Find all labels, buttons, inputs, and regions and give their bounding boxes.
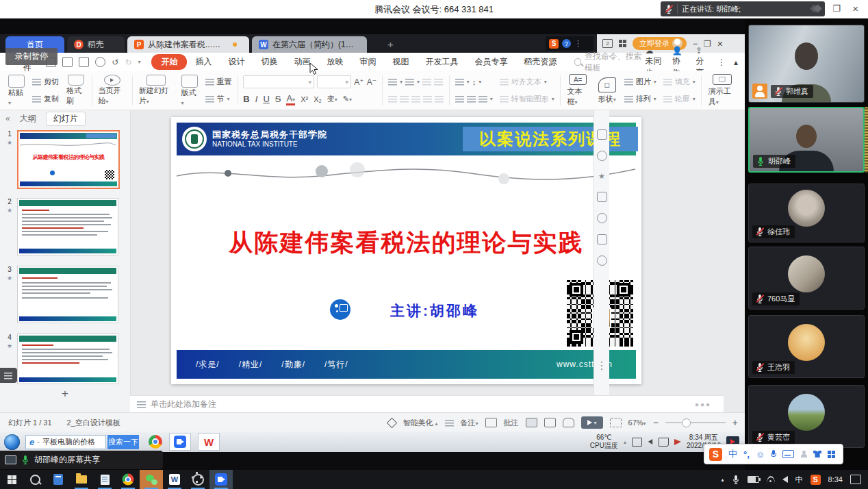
- participant-tile[interactable]: 郭维真: [748, 25, 865, 103]
- thumbnail[interactable]: [17, 266, 118, 323]
- calculator-button[interactable]: [47, 470, 70, 489]
- tab-document[interactable]: W 在第六届（简约）(1).docx: [252, 36, 367, 53]
- clipboard-tray-icon[interactable]: [632, 438, 642, 447]
- wechat-button[interactable]: [140, 470, 163, 489]
- tray-expand-icon[interactable]: ▴: [624, 439, 626, 445]
- ime-indicator[interactable]: 中: [795, 475, 803, 485]
- sogou-logo-icon[interactable]: S: [709, 448, 722, 461]
- address-search-box[interactable]: e - 平板电脑的价格: [25, 435, 106, 449]
- volume-tray-icon[interactable]: [648, 439, 652, 444]
- print-icon[interactable]: [79, 57, 89, 67]
- object-icon[interactable]: [597, 151, 607, 161]
- customize-icon[interactable]: ▾: [138, 59, 140, 65]
- meeting-app-shortcut[interactable]: [169, 433, 191, 451]
- menu-docer-res[interactable]: 稻壳资源: [515, 54, 565, 70]
- new-slide-button[interactable]: 新建幻灯片▾: [135, 74, 177, 107]
- numbering-icon[interactable]: [405, 78, 414, 86]
- align-left-icon[interactable]: [388, 95, 397, 103]
- splitter-dots[interactable]: ●●●: [695, 401, 711, 408]
- merge-icon[interactable]: [478, 95, 487, 103]
- sorter-view-button[interactable]: [544, 418, 556, 427]
- menu-member[interactable]: 会员专享: [466, 54, 515, 70]
- preview-icon[interactable]: [95, 57, 105, 67]
- section-button[interactable]: 节▾: [205, 94, 232, 104]
- justify-icon[interactable]: [423, 95, 432, 103]
- present-tools-button[interactable]: 🖵演示工具▾: [704, 74, 741, 107]
- shrink-font-button[interactable]: A⁻: [367, 77, 376, 87]
- align-text-button[interactable]: 对齐文本▾: [500, 77, 554, 87]
- properties-icon[interactable]: [597, 129, 607, 140]
- tab-presentation[interactable]: P 从陈建伟案看税...论与实践(1): [127, 36, 249, 53]
- arrange-button[interactable]: 排列▾: [624, 94, 656, 104]
- cut-button[interactable]: 剪切: [32, 77, 59, 87]
- para-spacing-icon[interactable]: [455, 95, 464, 103]
- distribute-icon[interactable]: [435, 95, 444, 103]
- export-icon[interactable]: [62, 57, 73, 67]
- subscript-button[interactable]: X₂: [314, 95, 322, 103]
- textbox-button[interactable]: A=文本框▾: [563, 74, 593, 107]
- help-panel-icon[interactable]: [597, 255, 607, 266]
- redo-icon[interactable]: ↻: [125, 58, 131, 67]
- menu-home[interactable]: 开始: [151, 54, 187, 70]
- close-window-button[interactable]: ×: [852, 3, 858, 15]
- taskbar-clock[interactable]: 8:34: [828, 475, 843, 484]
- restore-window-button[interactable]: ❐: [832, 3, 841, 15]
- chrome-button[interactable]: [116, 470, 140, 489]
- skin-icon[interactable]: [813, 451, 821, 457]
- chrome-icon[interactable]: [149, 435, 162, 449]
- thumbnail[interactable]: 从陈建伟案看税法的理论与实践: [17, 130, 120, 189]
- emoji-icon[interactable]: ☺: [756, 449, 765, 460]
- start-button[interactable]: [0, 470, 23, 489]
- layout-button[interactable]: 版式▾: [177, 74, 202, 107]
- comments-toggle[interactable]: 批注: [504, 418, 519, 428]
- punctuation-icon[interactable]: °,: [743, 449, 750, 460]
- sogou-toolbar[interactable]: S 中 °, ☺: [704, 444, 843, 464]
- play-from-current-button[interactable]: 当页开始▾: [94, 74, 130, 107]
- text-direction-icon[interactable]: [455, 78, 464, 86]
- shapes-button[interactable]: ◻形状▾: [593, 74, 621, 107]
- wifi-icon[interactable]: [767, 476, 775, 484]
- collapse-panel-icon[interactable]: «: [5, 114, 10, 123]
- beautify-button[interactable]: 智能美化 ▴: [403, 418, 437, 428]
- text-effects-button[interactable]: 变▾: [327, 94, 337, 104]
- fill-button[interactable]: 填充▾: [663, 77, 695, 87]
- tab-slides[interactable]: 幻灯片: [46, 112, 86, 126]
- strikethrough-button[interactable]: S: [275, 94, 281, 104]
- slideshow-button[interactable]: ▾: [581, 416, 603, 429]
- align-center-icon[interactable]: [400, 95, 409, 103]
- search-go-button[interactable]: 搜索一下: [107, 435, 139, 449]
- input-mode-indicator[interactable]: 中: [728, 448, 737, 460]
- slide-canvas[interactable]: 国家税务总局税务干部学院 NATIONAL TAX INSTITUTE 以案说法…: [171, 117, 641, 384]
- edit-area[interactable]: 国家税务总局税务干部学院 NATIONAL TAX INSTITUTE 以案说法…: [130, 110, 724, 395]
- format-painter-button[interactable]: 格式刷: [62, 74, 90, 107]
- notes-toggle[interactable]: 备注▾: [461, 418, 478, 428]
- font-size-select[interactable]: ▾: [317, 75, 351, 88]
- action-flag-icon[interactable]: [674, 439, 681, 445]
- line-spacing-icon[interactable]: ↕: [472, 78, 476, 86]
- to-smartart-button[interactable]: 转智能图形▾: [500, 94, 554, 104]
- battery-icon[interactable]: [748, 476, 759, 483]
- menu-devtools[interactable]: 开发工具: [417, 54, 466, 70]
- menu-slideshow[interactable]: 放映: [318, 54, 351, 70]
- new-tab-button[interactable]: +: [387, 38, 394, 50]
- account-icon[interactable]: [800, 451, 807, 457]
- bullets-icon[interactable]: [388, 78, 397, 86]
- favorite-icon[interactable]: ★: [598, 172, 605, 181]
- participant-tile[interactable]: 760马显: [748, 247, 865, 310]
- menu-review[interactable]: 审阅: [351, 54, 384, 70]
- tray-chevron-icon[interactable]: ▴: [722, 477, 724, 483]
- thumbnail[interactable]: [17, 198, 118, 255]
- collapse-ribbon-icon[interactable]: ▴: [734, 58, 738, 67]
- zoom-out-button[interactable]: −: [653, 417, 659, 428]
- slide-thumb-1[interactable]: 1★ 从陈建伟案看税法的理论与实践: [4, 130, 120, 189]
- undo-icon[interactable]: ↺: [112, 58, 118, 67]
- tray-mic-icon[interactable]: [732, 475, 740, 485]
- participant-tile[interactable]: 胡邵峰: [748, 107, 865, 173]
- taskbar-search-button[interactable]: [23, 470, 47, 489]
- picture-button[interactable]: 图片▾: [624, 77, 656, 87]
- panel-scrollbar[interactable]: [865, 107, 868, 173]
- slide-thumb-3[interactable]: 3★: [4, 266, 118, 323]
- clock-icon[interactable]: [597, 213, 607, 223]
- meeting-sidebar-toggle[interactable]: [0, 368, 17, 383]
- meeting-taskbar-button[interactable]: [209, 470, 233, 489]
